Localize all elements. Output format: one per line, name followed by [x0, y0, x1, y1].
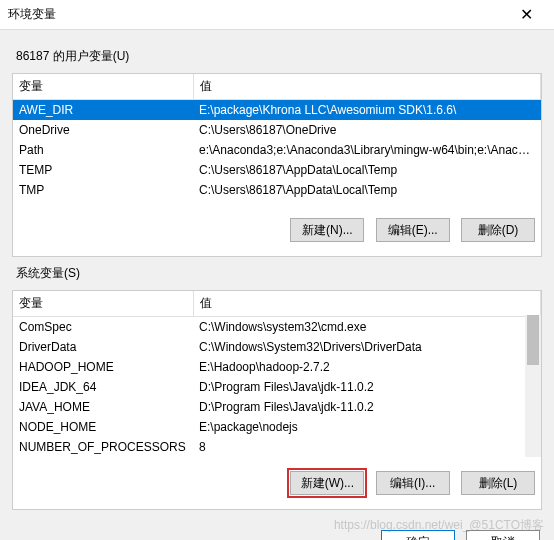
- user-vars-group: 变量 值 AWE_DIR E:\package\Khrona LLC\Aweso…: [12, 73, 542, 257]
- scrollbar-vertical[interactable]: [525, 315, 541, 457]
- var-name: DriverData: [13, 337, 193, 357]
- system-delete-button[interactable]: 删除(L): [461, 471, 535, 495]
- user-button-row: 新建(N)... 编辑(E)... 删除(D): [13, 204, 541, 256]
- system-vars-table-wrap: 变量 值 ComSpec C:\Windows\system32\cmd.exe…: [13, 291, 541, 457]
- user-new-button[interactable]: 新建(N)...: [290, 218, 364, 242]
- var-name: TEMP: [13, 160, 193, 180]
- var-name: TMP: [13, 180, 193, 200]
- system-new-button[interactable]: 新建(W)...: [290, 471, 364, 495]
- system-vars-group: 变量 值 ComSpec C:\Windows\system32\cmd.exe…: [12, 290, 542, 510]
- table-row[interactable]: OneDrive C:\Users\86187\OneDrive: [13, 120, 541, 140]
- var-name: HADOOP_HOME: [13, 357, 193, 377]
- user-vars-table-wrap: 变量 值 AWE_DIR E:\package\Khrona LLC\Aweso…: [13, 74, 541, 204]
- table-row[interactable]: AWE_DIR E:\package\Khrona LLC\Awesomium …: [13, 100, 541, 121]
- var-value: D:\Program Files\Java\jdk-11.0.2: [193, 397, 541, 417]
- table-row[interactable]: ComSpec C:\Windows\system32\cmd.exe: [13, 317, 541, 338]
- col-variable[interactable]: 变量: [13, 291, 193, 317]
- var-name: NODE_HOME: [13, 417, 193, 437]
- table-row[interactable]: TEMP C:\Users\86187\AppData\Local\Temp: [13, 160, 541, 180]
- user-delete-button[interactable]: 删除(D): [461, 218, 535, 242]
- system-vars-label: 系统变量(S): [16, 265, 542, 282]
- var-name: IDEA_JDK_64: [13, 377, 193, 397]
- var-name: OneDrive: [13, 120, 193, 140]
- var-name: AWE_DIR: [13, 100, 193, 121]
- cancel-button[interactable]: 取消: [466, 530, 540, 540]
- table-row[interactable]: TMP C:\Users\86187\AppData\Local\Temp: [13, 180, 541, 200]
- scrollbar-thumb[interactable]: [527, 315, 539, 365]
- var-name: NUMBER_OF_PROCESSORS: [13, 437, 193, 457]
- var-value: E:\Hadoop\hadoop-2.7.2: [193, 357, 541, 377]
- var-value: C:\Users\86187\AppData\Local\Temp: [193, 160, 541, 180]
- var-value: E:\package\Khrona LLC\Awesomium SDK\1.6.…: [193, 100, 541, 121]
- titlebar: 环境变量 ✕: [0, 0, 554, 30]
- table-row[interactable]: HADOOP_HOME E:\Hadoop\hadoop-2.7.2: [13, 357, 541, 377]
- system-edit-button[interactable]: 编辑(I)...: [376, 471, 450, 495]
- var-value: C:\Windows\system32\cmd.exe: [193, 317, 541, 338]
- user-vars-label: 86187 的用户变量(U): [16, 48, 542, 65]
- table-row[interactable]: DriverData C:\Windows\System32\Drivers\D…: [13, 337, 541, 357]
- ok-button[interactable]: 确定: [381, 530, 455, 540]
- col-variable[interactable]: 变量: [13, 74, 193, 100]
- var-value: E:\package\nodejs: [193, 417, 541, 437]
- window-title: 环境变量: [8, 6, 506, 23]
- system-button-row: 新建(W)... 编辑(I)... 删除(L): [13, 457, 541, 509]
- col-value[interactable]: 值: [193, 74, 541, 100]
- dialog-content: 86187 的用户变量(U) 变量 值 AWE_DIR E:\package\K…: [0, 30, 554, 510]
- close-icon[interactable]: ✕: [506, 0, 546, 30]
- table-row[interactable]: NODE_HOME E:\package\nodejs: [13, 417, 541, 437]
- table-row[interactable]: Path e:\Anaconda3;e:\Anaconda3\Library\m…: [13, 140, 541, 160]
- user-edit-button[interactable]: 编辑(E)...: [376, 218, 450, 242]
- table-row[interactable]: JAVA_HOME D:\Program Files\Java\jdk-11.0…: [13, 397, 541, 417]
- table-row[interactable]: NUMBER_OF_PROCESSORS 8: [13, 437, 541, 457]
- var-value: 8: [193, 437, 541, 457]
- table-row[interactable]: IDEA_JDK_64 D:\Program Files\Java\jdk-11…: [13, 377, 541, 397]
- var-value: D:\Program Files\Java\jdk-11.0.2: [193, 377, 541, 397]
- var-value: C:\Windows\System32\Drivers\DriverData: [193, 337, 541, 357]
- var-name: ComSpec: [13, 317, 193, 338]
- col-value[interactable]: 值: [193, 291, 541, 317]
- user-vars-table[interactable]: 变量 值 AWE_DIR E:\package\Khrona LLC\Aweso…: [13, 74, 541, 200]
- var-value: e:\Anaconda3;e:\Anaconda3\Library\mingw-…: [193, 140, 541, 160]
- var-name: Path: [13, 140, 193, 160]
- system-vars-table[interactable]: 变量 值 ComSpec C:\Windows\system32\cmd.exe…: [13, 291, 541, 457]
- dialog-button-row: 确定 取消: [0, 518, 554, 540]
- var-value: C:\Users\86187\OneDrive: [193, 120, 541, 140]
- var-value: C:\Users\86187\AppData\Local\Temp: [193, 180, 541, 200]
- var-name: JAVA_HOME: [13, 397, 193, 417]
